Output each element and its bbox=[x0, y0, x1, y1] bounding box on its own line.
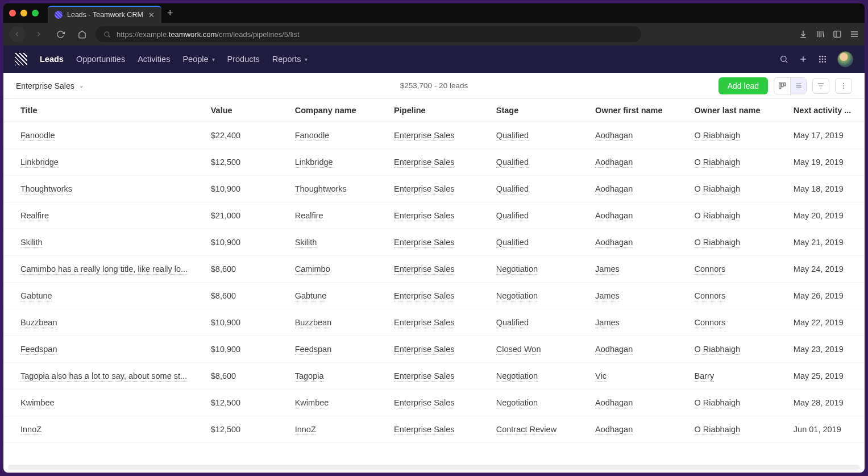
owner-last-link[interactable]: O Riabhaigh bbox=[694, 131, 740, 141]
table-row[interactable]: Skilith$10,900SkilithEnterprise SalesQua… bbox=[3, 229, 865, 256]
col-pipeline[interactable]: Pipeline bbox=[385, 99, 487, 122]
stage-link[interactable]: Negotiation bbox=[496, 398, 538, 408]
col-title[interactable]: Title bbox=[3, 99, 202, 122]
filter-button[interactable] bbox=[812, 78, 829, 94]
stage-link[interactable]: Negotiation bbox=[496, 291, 538, 301]
stage-link[interactable]: Contract Review bbox=[496, 425, 556, 435]
hamburger-menu-icon[interactable] bbox=[850, 30, 859, 39]
owner-first-link[interactable]: James bbox=[595, 264, 620, 275]
stage-link[interactable]: Qualified bbox=[496, 131, 529, 141]
company-link[interactable]: Feedspan bbox=[295, 345, 332, 355]
table-row[interactable]: Tagopia also has a lot to say, about som… bbox=[3, 363, 865, 390]
owner-last-link[interactable]: O Riabhaigh bbox=[694, 238, 740, 248]
pipeline-link[interactable]: Enterprise Sales bbox=[394, 184, 454, 194]
minimize-window-button[interactable] bbox=[20, 10, 27, 16]
pipeline-link[interactable]: Enterprise Sales bbox=[394, 131, 454, 141]
stage-link[interactable]: Qualified bbox=[496, 238, 529, 248]
owner-first-link[interactable]: Aodhagan bbox=[595, 184, 633, 194]
table-row[interactable]: Linkbridge$12,500LinkbridgeEnterprise Sa… bbox=[3, 149, 865, 176]
lead-title-link[interactable]: Camimbo has a really long title, like re… bbox=[20, 264, 188, 275]
table-row[interactable]: Buzzbean$10,900BuzzbeanEnterprise SalesQ… bbox=[3, 309, 865, 336]
sidebar-icon[interactable] bbox=[833, 30, 842, 39]
table-row[interactable]: Thoughtworks$10,900ThoughtworksEnterpris… bbox=[3, 176, 865, 202]
company-link[interactable]: Fanoodle bbox=[295, 131, 329, 141]
table-row[interactable]: Camimbo has a really long title, like re… bbox=[3, 256, 865, 283]
reload-button[interactable] bbox=[52, 26, 68, 42]
stage-link[interactable]: Qualified bbox=[496, 318, 529, 328]
table-row[interactable]: Feedspan$10,900FeedspanEnterprise SalesC… bbox=[3, 336, 865, 363]
add-lead-button[interactable]: Add lead bbox=[719, 77, 768, 94]
stage-link[interactable]: Negotiation bbox=[496, 371, 538, 382]
owner-first-link[interactable]: James bbox=[595, 291, 620, 301]
owner-last-link[interactable]: O Riabhaigh bbox=[694, 184, 740, 194]
company-link[interactable]: Skilith bbox=[295, 238, 317, 248]
stage-link[interactable]: Qualified bbox=[496, 184, 529, 194]
pipeline-link[interactable]: Enterprise Sales bbox=[394, 158, 454, 168]
stage-link[interactable]: Qualified bbox=[496, 158, 529, 168]
owner-first-link[interactable]: Vic bbox=[595, 371, 607, 382]
pipeline-link[interactable]: Enterprise Sales bbox=[394, 345, 454, 355]
lead-title-link[interactable]: Feedspan bbox=[20, 345, 57, 355]
pipeline-link[interactable]: Enterprise Sales bbox=[394, 291, 454, 301]
company-link[interactable]: Kwimbee bbox=[295, 398, 329, 408]
nav-opportunities[interactable]: Opportunities bbox=[76, 55, 125, 64]
owner-first-link[interactable]: Aodhagan bbox=[595, 238, 633, 248]
stage-link[interactable]: Negotiation bbox=[496, 264, 538, 275]
apps-grid-icon[interactable] bbox=[818, 55, 827, 64]
table-row[interactable]: InnoZ$12,500InnoZEnterprise SalesContrac… bbox=[3, 416, 865, 443]
owner-last-link[interactable]: Connors bbox=[694, 264, 725, 275]
pipeline-link[interactable]: Enterprise Sales bbox=[394, 318, 454, 328]
col-owner-last[interactable]: Owner last name bbox=[685, 99, 784, 122]
lead-title-link[interactable]: Linkbridge bbox=[20, 158, 59, 168]
back-button[interactable] bbox=[9, 26, 25, 42]
company-link[interactable]: Thoughtworks bbox=[295, 184, 347, 194]
nav-reports[interactable]: Reports▾ bbox=[272, 55, 308, 64]
lead-title-link[interactable]: Realfire bbox=[20, 211, 49, 221]
company-link[interactable]: InnoZ bbox=[295, 425, 316, 435]
search-icon[interactable] bbox=[779, 55, 788, 64]
company-link[interactable]: Tagopia bbox=[295, 371, 324, 382]
browser-tab[interactable]: Leads - Teamwork CRM ✕ bbox=[48, 6, 161, 23]
owner-last-link[interactable]: O Riabhaigh bbox=[694, 398, 740, 408]
col-next-activity[interactable]: Next activity ... bbox=[784, 99, 865, 122]
table-row[interactable]: Kwimbee$12,500KwimbeeEnterprise SalesNeg… bbox=[3, 390, 865, 416]
leads-table-container[interactable]: Title Value Company name Pipeline Stage … bbox=[3, 99, 865, 465]
lead-title-link[interactable]: Tagopia also has a lot to say, about som… bbox=[20, 371, 187, 382]
stage-link[interactable]: Qualified bbox=[496, 211, 529, 221]
address-bar[interactable]: https://example.teamwork.com/crm/leads/p… bbox=[95, 26, 641, 42]
table-row[interactable]: Gabtune$8,600GabtuneEnterprise SalesNego… bbox=[3, 283, 865, 309]
board-view-button[interactable] bbox=[774, 78, 790, 94]
downloads-icon[interactable] bbox=[799, 30, 808, 39]
owner-last-link[interactable]: O Riabhaigh bbox=[694, 345, 740, 355]
pipeline-link[interactable]: Enterprise Sales bbox=[394, 211, 454, 221]
library-icon[interactable] bbox=[816, 30, 825, 39]
pipeline-selector[interactable]: Enterprise Sales ⌄ bbox=[16, 81, 84, 90]
close-tab-button[interactable]: ✕ bbox=[148, 11, 155, 19]
maximize-window-button[interactable] bbox=[32, 10, 39, 16]
company-link[interactable]: Linkbridge bbox=[295, 158, 333, 168]
lead-title-link[interactable]: Gabtune bbox=[20, 291, 52, 301]
lead-title-link[interactable]: Thoughtworks bbox=[20, 184, 72, 194]
col-company[interactable]: Company name bbox=[286, 99, 385, 122]
list-view-button[interactable] bbox=[790, 78, 806, 94]
owner-first-link[interactable]: Aodhagan bbox=[595, 425, 633, 435]
more-options-button[interactable] bbox=[835, 78, 852, 94]
new-tab-button[interactable]: + bbox=[167, 7, 173, 19]
table-row[interactable]: Fanoodle$22,400FanoodleEnterprise SalesQ… bbox=[3, 122, 865, 149]
table-row[interactable]: Realfire$21,000RealfireEnterprise SalesQ… bbox=[3, 202, 865, 229]
company-link[interactable]: Buzzbean bbox=[295, 318, 332, 328]
company-link[interactable]: Realfire bbox=[295, 211, 323, 221]
forward-button[interactable] bbox=[31, 26, 47, 42]
nav-products[interactable]: Products bbox=[227, 55, 260, 64]
owner-last-link[interactable]: Connors bbox=[694, 291, 725, 301]
col-owner-first[interactable]: Owner first name bbox=[586, 99, 685, 122]
owner-last-link[interactable]: O Riabhaigh bbox=[694, 425, 740, 435]
close-window-button[interactable] bbox=[9, 10, 16, 16]
horizontal-scrollbar[interactable] bbox=[8, 465, 860, 470]
company-link[interactable]: Gabtune bbox=[295, 291, 327, 301]
col-stage[interactable]: Stage bbox=[487, 99, 586, 122]
home-button[interactable] bbox=[74, 26, 90, 42]
owner-first-link[interactable]: Aodhagan bbox=[595, 345, 633, 355]
nav-people[interactable]: People▾ bbox=[182, 55, 214, 64]
owner-last-link[interactable]: Barry bbox=[694, 371, 714, 382]
